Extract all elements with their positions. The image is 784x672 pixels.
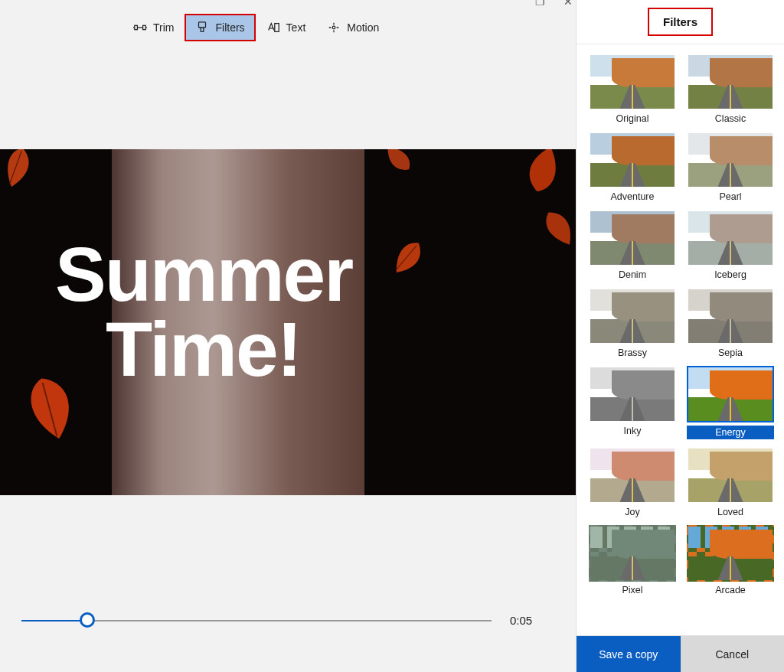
svg-rect-6 <box>274 24 278 32</box>
cancel-button[interactable]: Cancel <box>681 636 785 672</box>
timeline-fill <box>21 620 87 621</box>
filter-item-arcade[interactable]: Arcade <box>687 525 774 595</box>
filter-thumb <box>687 132 774 188</box>
save-copy-button[interactable]: Save a copy <box>577 636 681 672</box>
preview-title-overlay: Summer Time! <box>55 237 352 387</box>
filter-item-loved[interactable]: Loved <box>687 447 774 517</box>
timeline-slider[interactable] <box>21 614 492 629</box>
filter-label: Pearl <box>719 191 741 202</box>
motion-icon <box>327 21 341 34</box>
filter-item-pixel[interactable]: Pixel <box>589 525 676 595</box>
filter-label: Iceberg <box>714 269 746 280</box>
editor-main: ❐ ✕ Trim Filters Text Motion <box>0 0 576 672</box>
close-icon[interactable]: ✕ <box>564 0 573 8</box>
edit-toolbar: Trim Filters Text Motion <box>122 14 390 41</box>
filters-panel: Filters OriginalClassicAdventurePearlDen… <box>576 0 784 672</box>
filters-label: Filters <box>215 21 244 34</box>
filter-item-sepia[interactable]: Sepia <box>687 288 774 358</box>
text-button[interactable]: Text <box>256 14 317 41</box>
filter-thumb <box>687 54 774 110</box>
text-icon <box>266 21 280 34</box>
filter-label: Brassy <box>618 347 647 358</box>
filter-label: Arcade <box>715 585 746 595</box>
trim-label: Trim <box>153 21 174 34</box>
filter-thumb <box>687 210 774 266</box>
svg-rect-1 <box>143 25 146 29</box>
filter-thumb <box>589 366 676 422</box>
filter-item-original[interactable]: Original <box>589 54 676 124</box>
filters-button[interactable]: Filters <box>185 14 255 41</box>
svg-rect-0 <box>135 25 138 29</box>
filter-label: Joy <box>625 507 639 517</box>
filter-label: Inky <box>624 426 642 436</box>
filter-item-joy[interactable]: Joy <box>589 447 676 517</box>
filter-item-classic[interactable]: Classic <box>687 54 774 124</box>
motion-button[interactable]: Motion <box>316 14 390 41</box>
filter-item-pearl[interactable]: Pearl <box>687 132 774 202</box>
filters-grid: OriginalClassicAdventurePearlDenimIceber… <box>577 44 784 635</box>
video-preview: Summer Time! <box>0 149 576 495</box>
overlay-line2: Time! <box>55 312 352 387</box>
filter-thumb <box>589 54 676 110</box>
svg-rect-5 <box>199 22 206 28</box>
filter-item-iceberg[interactable]: Iceberg <box>687 210 774 280</box>
filter-label: Denim <box>619 269 646 280</box>
restore-icon[interactable]: ❐ <box>535 0 545 8</box>
panel-footer: Save a copy Cancel <box>577 635 784 672</box>
trim-button[interactable]: Trim <box>122 14 185 41</box>
svg-point-7 <box>332 26 335 29</box>
filter-thumb <box>687 288 774 344</box>
filter-item-denim[interactable]: Denim <box>589 210 676 280</box>
filter-thumb <box>589 132 676 188</box>
filter-label: Energy <box>687 426 774 439</box>
filter-label: Classic <box>715 113 746 124</box>
filter-thumb <box>589 288 676 344</box>
filter-label: Adventure <box>611 191 655 202</box>
filter-label: Original <box>616 113 648 124</box>
filter-thumb <box>687 366 774 422</box>
filter-thumb <box>687 447 774 504</box>
trim-icon <box>133 21 147 34</box>
filter-thumb <box>589 210 676 266</box>
filter-thumb <box>589 525 676 582</box>
filter-label: Pixel <box>622 585 642 595</box>
timeline-thumb[interactable] <box>80 612 95 628</box>
filter-thumb <box>589 447 676 504</box>
panel-title: Filters <box>651 11 710 33</box>
panel-header: Filters <box>577 0 784 44</box>
filter-label: Loved <box>717 507 743 517</box>
filter-thumb <box>687 525 774 582</box>
filter-label: Sepia <box>718 347 743 358</box>
overlay-line1: Summer <box>55 237 352 312</box>
time-current: 0:05 <box>510 614 532 627</box>
filters-icon <box>195 21 209 34</box>
filter-item-inky[interactable]: Inky <box>589 366 676 439</box>
text-label: Text <box>286 21 306 34</box>
filter-item-energy[interactable]: Energy <box>687 366 774 439</box>
motion-label: Motion <box>347 21 379 34</box>
filter-item-brassy[interactable]: Brassy <box>589 288 676 358</box>
window-controls: ❐ ✕ <box>535 0 573 8</box>
filter-item-adventure[interactable]: Adventure <box>589 132 676 202</box>
